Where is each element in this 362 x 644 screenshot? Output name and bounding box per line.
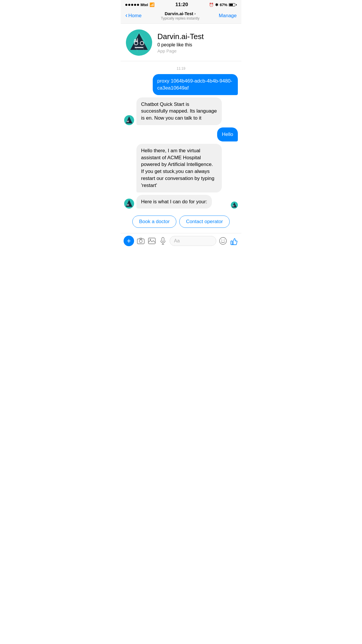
message-row: ai Here is what I can do for your: ai	[124, 195, 238, 209]
incoming-bubble: Chatbot Quick Start is successfully mapp…	[136, 97, 222, 125]
quick-reply-book-doctor[interactable]: Book a doctor	[132, 216, 176, 228]
message-row: ai Chatbot Quick Start is successfully m…	[124, 97, 238, 125]
svg-rect-24	[140, 238, 142, 239]
svg-text:ai: ai	[127, 120, 129, 123]
nav-subtitle: Typically replies instantly	[142, 16, 219, 20]
svg-point-23	[139, 240, 142, 243]
nav-title-row: Darvin.ai-Test ›	[142, 11, 219, 16]
incoming-bubble: Here is what I can do for your:	[136, 195, 212, 209]
wifi-icon: 📶	[150, 2, 154, 7]
message-row: ai Hello there, I am the virtual assista…	[124, 144, 238, 192]
svg-point-31	[222, 240, 222, 241]
chat-area: 11:19 proxy 1064b469-adcb-4b4b-9480-ca3e…	[121, 61, 241, 233]
profile-name: Darvin.ai-Test	[157, 32, 204, 41]
signal-strength	[125, 4, 139, 6]
carrier-label: Mtel	[140, 3, 148, 7]
status-right: ⏰ ✱ 67%	[209, 3, 237, 7]
profile-type: App Page	[157, 48, 204, 53]
battery-icon	[229, 3, 237, 6]
emoji-button[interactable]	[219, 237, 227, 245]
svg-point-26	[150, 239, 151, 240]
nav-title-chevron-icon: ›	[194, 11, 196, 16]
alarm-icon: ⏰	[209, 3, 214, 7]
incoming-bubble: Hello there, I am the virtual assistant …	[136, 144, 222, 192]
profile-avatar: ai	[126, 29, 152, 56]
outgoing-bubble: Hello	[217, 127, 238, 141]
manage-button[interactable]: Manage	[219, 13, 237, 19]
status-left: Mtel 📶	[125, 2, 154, 7]
outgoing-bubble: proxy 1064b469-adcb-4b4b-9480-ca3ea10649…	[153, 74, 238, 95]
battery-pct: 67%	[220, 3, 227, 7]
image-button[interactable]	[147, 237, 156, 245]
plus-button[interactable]: +	[124, 236, 134, 246]
bottom-toolbar: + Aa	[121, 233, 241, 250]
message-row: proxy 1064b469-adcb-4b4b-9480-ca3ea10649…	[124, 74, 238, 95]
svg-rect-25	[148, 238, 155, 244]
svg-text:ai: ai	[233, 205, 234, 207]
nav-center: Darvin.ai-Test › Typically replies insta…	[142, 11, 219, 20]
quick-replies-container: Book a doctor Contact operator	[124, 211, 238, 230]
floating-bot-avatar: ai	[231, 202, 238, 209]
message-input[interactable]: Aa	[170, 236, 216, 246]
thumbs-up-button[interactable]	[230, 237, 238, 245]
message-row: Hello	[124, 127, 238, 141]
back-label: Home	[128, 13, 141, 19]
microphone-button[interactable]	[159, 237, 167, 245]
bluetooth-icon: ✱	[215, 3, 218, 7]
nav-bar: ‹ Home Darvin.ai-Test › Typically replie…	[121, 9, 241, 24]
chat-timestamp: 11:19	[124, 66, 238, 71]
svg-point-32	[224, 240, 225, 241]
profile-info: Darvin.ai-Test 0 people like this App Pa…	[157, 32, 204, 53]
bot-avatar: ai	[124, 115, 134, 125]
svg-text:ai: ai	[127, 203, 129, 206]
quick-reply-contact-operator[interactable]: Contact operator	[179, 216, 230, 228]
svg-point-30	[219, 237, 226, 244]
profile-likes: 0 people like this	[157, 42, 204, 48]
bot-avatar: ai	[124, 199, 134, 209]
back-chevron-icon: ‹	[125, 12, 127, 19]
status-time: 11:20	[175, 2, 188, 8]
camera-button[interactable]	[136, 237, 145, 245]
nav-title: Darvin.ai-Test	[165, 11, 193, 16]
back-button[interactable]: ‹ Home	[125, 13, 142, 19]
input-placeholder: Aa	[174, 238, 180, 244]
status-bar: Mtel 📶 11:20 ⏰ ✱ 67%	[121, 0, 241, 9]
profile-section: ai Darvin.ai-Test 0 people like this App…	[121, 24, 241, 61]
svg-rect-27	[162, 237, 164, 242]
